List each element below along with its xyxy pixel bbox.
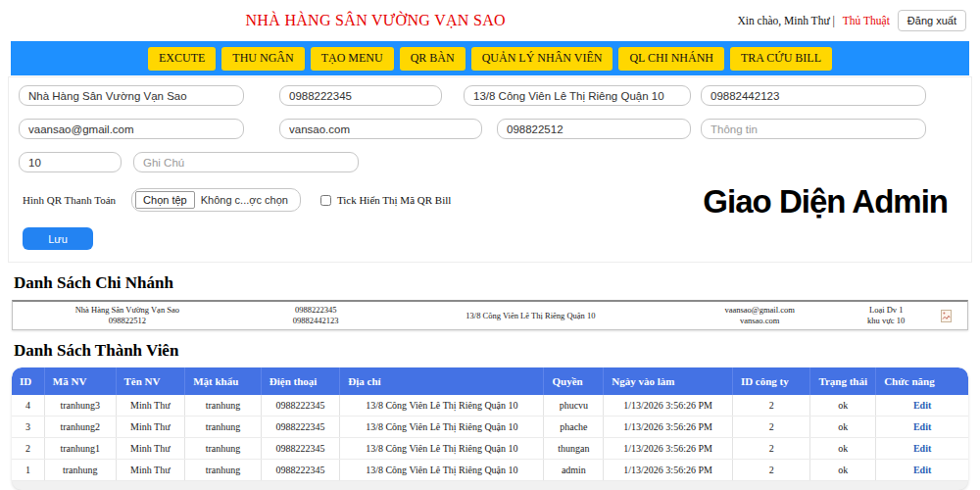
cell-mat-khau: tranhung [185,460,262,481]
cell-ten-nv: Minh Thư [116,395,185,416]
cell-quyen: phucvu [544,395,604,416]
edit-link[interactable]: Edit [913,400,931,411]
members-section-title: Danh Sách Thành Viên [14,341,980,361]
restaurant-name-input[interactable] [19,85,244,106]
col-ngay-vao-lam: Ngày vào làm [604,368,733,395]
col-dien-thoai: Điện thoại [261,368,340,395]
info-input[interactable] [701,119,926,139]
branch-address: 13/8 Công Viên Lê Thị Riêng Quận 10 [390,311,671,321]
note-input[interactable] [133,152,359,172]
number-input[interactable] [19,152,122,172]
cell-trang-thai: ok [810,460,876,481]
form-row-1 [19,85,965,106]
nav-tra-cuu-bill-button[interactable]: TRA CỨU BILL [730,47,832,71]
form-row-3 [19,152,965,172]
main-nav: EXCUTE THU NGÂN TẠO MENU QR BÀN QUẢN LÝ … [11,41,969,75]
branch-hotline: 098822512 [13,316,242,326]
col-ma-nv: Mã NV [44,368,116,395]
cell-id-cong-ty: 2 [732,460,810,481]
nav-qr-ban-button[interactable]: QR BÀN [400,47,466,71]
cell-dien-thoai: 0988222345 [261,416,340,438]
phone2-input[interactable] [701,85,926,106]
cell-mat-khau: tranhung [185,438,262,460]
user-profile-link[interactable]: Thủ Thuật [843,15,890,26]
qr-payment-label: Hình QR Thanh Toán [23,194,116,206]
branch-name-cell: Nhà Hàng Sân Vường Vạn Sao 098822512 [13,305,242,326]
cell-quyen: thungan [544,438,604,460]
cell-ngay: 1/13/2026 3:56:26 PM [604,395,733,416]
show-qr-bill-option: Tick Hiển Thị Mã QR Bill [320,194,451,206]
cell-id: 4 [12,395,44,416]
cell-ten-nv: Minh Thư [116,438,185,460]
col-quyen: Quyền [544,368,604,395]
cell-id: 2 [12,438,44,460]
cell-quyen: admin [544,460,604,481]
admin-watermark: Giao Diện Admin [703,183,948,220]
col-ten-nv: Tên NV [116,368,185,395]
cell-dien-thoai: 0988222345 [261,460,340,481]
cell-id-cong-ty: 2 [732,416,810,438]
website-input[interactable] [279,119,482,139]
restaurant-settings-form: Hình QR Thanh Toán Chọn tệp Không c...ợc… [8,76,972,263]
show-qr-bill-checkbox[interactable] [320,195,331,206]
file-status-text: Không c...ợc chọn [195,194,297,206]
cell-ten-nv: Minh Thư [116,416,185,438]
save-button[interactable]: Lưu [23,227,93,250]
branch-email-cell: vaansao@gmail.com vansao.com [671,305,848,326]
cell-ten-nv: Minh Thư [116,460,185,481]
branch-type-cell: Loại Dv 1 khu vực 10 [848,305,924,326]
cell-ma-nv: tranhung2 [44,416,116,438]
cell-ngay: 1/13/2026 3:56:26 PM [604,438,733,460]
branch-phone-cell: 0988222345 09882442123 [242,305,390,326]
cell-dien-thoai: 0988222345 [261,395,340,416]
cell-trang-thai: ok [810,416,876,438]
nav-tao-menu-button[interactable]: TẠO MENU [311,47,394,71]
broken-image-icon [941,310,952,322]
member-row: 2 tranhung1 Minh Thư tranhung 0988222345… [12,438,968,460]
branch-name: Nhà Hàng Sân Vường Vạn Sao [13,305,242,316]
cell-dia-chi: 13/8 Công Viên Lê Thị Riêng Quận 10 [340,438,544,460]
qr-file-input[interactable]: Chọn tệp Không c...ợc chọn [131,188,301,212]
cell-id-cong-ty: 2 [732,438,810,460]
edit-link[interactable]: Edit [913,443,931,454]
col-dia-chi: Địa chỉ [340,368,544,395]
col-mat-khau: Mật khẩu [185,368,262,395]
branch-website: vansao.com [671,316,848,326]
members-table: ID Mã NV Tên NV Mật khẩu Điện thoại Địa … [12,368,968,481]
col-id-cong-ty: ID công ty [732,368,810,395]
branch-service-type: Loại Dv 1 [848,305,924,316]
phone1-input[interactable] [279,85,442,106]
cell-ma-nv: tranhung [44,460,116,481]
cell-ma-nv: tranhung1 [44,438,116,460]
user-block: Xin chào, Minh Thư | Thủ Thuật Đăng xuất [737,10,966,31]
branch-row[interactable]: Nhà Hàng Sân Vường Vạn Sao 098822512 098… [12,300,968,330]
show-qr-bill-label: Tick Hiển Thị Mã QR Bill [337,194,451,206]
email-input[interactable] [19,119,244,139]
branch-section-title: Danh Sách Chi Nhánh [14,273,980,293]
cell-dia-chi: 13/8 Công Viên Lê Thị Riêng Quận 10 [340,460,544,481]
cell-id: 1 [12,460,44,481]
cell-dia-chi: 13/8 Công Viên Lê Thị Riêng Quận 10 [340,395,544,416]
cell-quyen: phache [544,416,604,438]
edit-link[interactable]: Edit [913,421,931,432]
choose-file-button[interactable]: Chọn tệp [135,191,195,209]
greeting-text: Xin chào, Minh Thư | [737,15,834,26]
branch-area: khu vực 10 [848,316,924,326]
members-header-row: ID Mã NV Tên NV Mật khẩu Điện thoại Địa … [12,368,968,395]
edit-link[interactable]: Edit [913,465,931,475]
nav-excute-button[interactable]: EXCUTE [148,47,216,71]
page-title: NHÀ HÀNG SÂN VƯỜNG VẠN SAO [14,12,737,29]
cell-trang-thai: ok [810,395,876,416]
address-input[interactable] [464,85,691,106]
col-id: ID [12,368,44,395]
phone3-input[interactable] [497,119,691,139]
nav-ql-chi-nhanh-button[interactable]: QL CHI NHÁNH [618,47,724,71]
cell-ngay: 1/13/2026 3:56:26 PM [604,416,733,438]
nav-thu-ngan-button[interactable]: THU NGÂN [221,47,304,71]
members-table-container: ID Mã NV Tên NV Mật khẩu Điện thoại Địa … [12,368,968,490]
col-chuc-nang: Chức năng [876,368,968,395]
nav-quan-ly-nhan-vien-button[interactable]: QUẢN LÝ NHÂN VIÊN [471,47,613,71]
col-trang-thai: Trạng thái [810,368,876,395]
member-row: 3 tranhung2 Minh Thư tranhung 0988222345… [12,416,968,438]
logout-button[interactable]: Đăng xuất [898,10,966,31]
